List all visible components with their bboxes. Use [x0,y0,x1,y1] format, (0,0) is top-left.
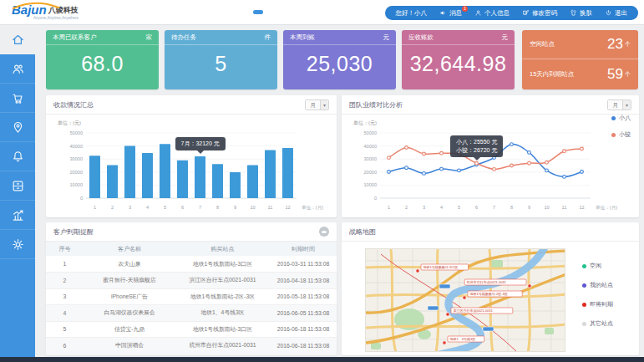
data-point[interactable] [388,171,391,174]
menu-item-label: 您好！小八 [396,9,428,18]
data-point[interactable] [545,161,549,164]
table-cell: 地铁1号线新南站-3口区 [175,256,270,273]
bar[interactable] [177,161,188,198]
table-row[interactable]: 3iPhoneSE广告地铁1号线新南站-2区-3区2016-05-18 11:5… [46,288,337,305]
bar[interactable] [212,164,223,198]
sidebar [0,25,35,357]
bar-chart[interactable]: 0100002000030000400005000012345678910111… [46,128,337,217]
data-point[interactable] [423,172,426,176]
bar[interactable] [107,166,118,199]
table-row[interactable]: 1农夫山泉地铁1号线新南站-3口区2016-03-31 11:53:08 [46,256,337,273]
kpi-value: 25,030 [283,45,396,82]
table-row[interactable]: 6中国演唱会杭州市自行车点0021-00312016-06-18 11:53:0… [46,338,337,354]
menu-item-messages[interactable]: 消息3 [439,9,462,18]
data-point[interactable] [493,156,496,160]
map-legend-item: 其它站点 [582,319,613,328]
data-point[interactable] [405,146,408,150]
bar[interactable] [195,156,205,198]
data-point[interactable] [458,152,461,156]
panel-customer-expiry: 客户到期提醒 序号客户名称购买站点到期时间 1农夫山泉地铁1号线新南站-3口区2… [46,222,337,355]
sidebar-item-reports[interactable] [0,201,35,230]
column-header: 到期时间 [270,242,337,256]
bar[interactable] [160,144,170,198]
table-cell: 农夫山泉 [84,256,175,273]
map-legend-item: 我的站点 [582,281,613,289]
sidebar-item-orders[interactable] [0,84,35,113]
bar[interactable] [265,150,276,198]
svg-text:5: 5 [164,205,166,210]
data-point[interactable] [440,151,444,155]
panel-title: 客户到期提醒 [53,227,94,237]
svg-text:9: 9 [234,205,236,210]
data-point[interactable] [493,168,496,171]
data-point[interactable] [528,161,531,165]
view-more-button[interactable] [319,227,329,237]
data-point[interactable] [510,164,514,167]
table-cell: 2016-06-18 11:53:08 [270,321,337,338]
data-point[interactable] [563,176,566,179]
menu-item-theme[interactable]: 换肤 [570,9,592,18]
sidebar-item-customers[interactable] [0,54,35,84]
sidebar-item-settings[interactable] [0,230,35,259]
data-point[interactable] [581,147,584,150]
sidebar-item-home[interactable] [0,25,35,54]
users-icon [11,62,25,76]
data-point[interactable] [405,166,408,170]
menu-item-logout[interactable]: 退出 [605,9,627,18]
menu-item-profile[interactable]: 个人信息 [474,9,510,18]
menu-item-greeting[interactable]: 您好！小八 [396,9,428,18]
period-select[interactable]: 月 ▾ [305,99,329,110]
menu-item-label: 换肤 [580,9,592,18]
table-cell: 中国演唱会 [84,338,175,354]
bar[interactable] [230,172,241,198]
period-select[interactable]: 月 ▾ [607,99,631,110]
line-chart[interactable]: 0100002000030000400005000012345678910111… [342,128,639,217]
data-point[interactable] [581,171,584,174]
bar[interactable] [124,146,135,198]
legend-dot [611,133,616,137]
menu-item-password[interactable]: 修改密码 [522,9,557,18]
legend-item-小骏[interactable]: 小骏 [611,130,631,139]
table-body: 1农夫山泉地铁1号线新南站-3口区2016-03-31 11:53:082蜜月旅… [46,256,337,354]
sidebar-item-sites[interactable] [0,113,35,142]
data-point[interactable] [528,151,531,155]
table-row[interactable]: 2蜜月旅行-天猫旗舰店滨江区自行车点0021-00312016-04-18 11… [46,273,337,289]
table-cell: 2016-03-31 11:53:08 [270,256,337,273]
table-cell: 信贷宝-九鼎 [84,321,175,338]
svg-text:20000: 20000 [363,170,377,175]
bar[interactable] [142,153,153,198]
data-point[interactable] [458,169,461,172]
kpi-title: 应收账款 [408,33,434,42]
panel-title: 团队业绩对比分析 [349,100,403,110]
data-point[interactable] [475,161,479,165]
map-canvas[interactable]: 地铁1号线新南站-3口区地铁1号线新南站-2区-3区滨江区自行车点0021-00… [366,249,565,352]
kpi-card: 应收账款元32,644.98 [402,30,515,89]
svg-text:2: 2 [405,205,408,210]
panel-header: 团队业绩对比分析 月 ▾ [342,95,639,115]
kpi-unit: 家 [146,33,153,42]
svg-text:地铁1、4号线3区: 地铁1、4号线3区 [449,337,476,341]
map-legend: 空闲我的站点即将到期其它站点 [565,248,613,352]
table-row[interactable]: 5信贷宝-九鼎地铁1号线新南站-3口区2016-06-18 11:53:08 [46,321,337,338]
data-point[interactable] [440,167,444,171]
data-point[interactable] [563,150,566,153]
strategy-map[interactable]: 地铁1号线新南站-3口区地铁1号线新南站-2区-3区滨江区自行车点0021-00… [365,248,565,352]
svg-text:40000: 40000 [69,144,83,149]
svg-text:1: 1 [388,205,390,210]
data-point[interactable] [545,169,549,172]
menu-collapse-icon[interactable] [253,10,263,14]
bar[interactable] [247,166,258,199]
table-row[interactable]: 4白马湖仪器仪表展会地铁1、4号线3区2016-06-05 11:53:08 [46,305,337,322]
legend-item-小八[interactable]: 小八 [611,114,631,122]
data-point[interactable] [388,156,391,160]
table-cell: 地铁1号线新南站-3口区 [175,321,270,338]
panel-team-performance: 团队业绩对比分析 月 ▾ 单位：(元)010000200003000040000… [342,95,639,217]
sidebar-item-reminders[interactable] [0,142,35,171]
data-point[interactable] [423,152,426,156]
station-stat-unit: 个 [625,70,631,79]
data-point[interactable] [510,143,514,146]
metro-station-label [483,327,494,331]
bar[interactable] [89,156,100,198]
sidebar-item-archive[interactable] [0,171,35,201]
bar[interactable] [282,148,293,198]
